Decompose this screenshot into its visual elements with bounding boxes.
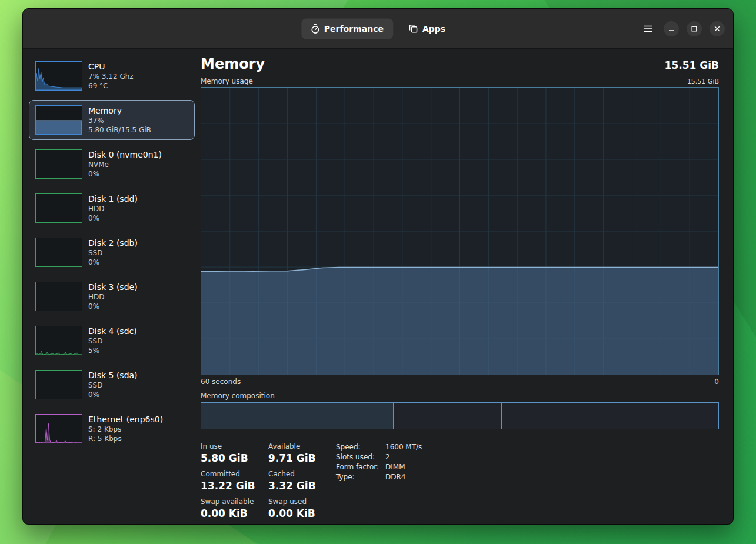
disk5-graph-thumbnail — [35, 370, 82, 399]
composition-segment-2 — [394, 403, 502, 429]
stat-swap-used: Swap used0.00 KiB — [268, 498, 336, 519]
stat-label: Swap used — [268, 498, 336, 506]
sidebar-item-meta: Disk 3 (sde)HDD0% — [88, 282, 138, 311]
stat-value: 0.00 KiB — [201, 508, 268, 519]
memory-stats: In use5.80 GiBAvailable9.71 GiBCommitted… — [201, 442, 336, 519]
info-label: Form factor: — [336, 462, 384, 472]
tab-apps-label: Apps — [422, 24, 445, 34]
mission-center-window: Performance Apps — [22, 8, 734, 525]
disk3-graph-thumbnail — [35, 282, 82, 311]
sidebar-item-detail-1: 37% — [88, 116, 151, 125]
sidebar-item-title: Disk 0 (nvme0n1) — [88, 150, 162, 159]
sidebar-item-detail-1: SSD — [88, 336, 137, 346]
sidebar-item-detail-2: 0% — [88, 258, 138, 267]
sidebar-item-disk1[interactable]: Disk 1 (sdd)HDD0% — [29, 188, 195, 228]
sidebar-item-cpu[interactable]: CPU7% 3.12 Ghz69 °C — [29, 56, 195, 96]
sidebar-item-detail-2: 0% — [88, 169, 162, 179]
sidebar-item-disk4[interactable]: Disk 4 (sdc)SSD5% — [29, 321, 195, 361]
stat-label: Available — [268, 442, 336, 450]
cpu-graph-thumbnail — [35, 61, 82, 91]
minimize-button[interactable] — [664, 21, 679, 36]
stat-committed: Committed13.22 GiB — [201, 470, 268, 492]
sidebar-item-detail-2: 5% — [88, 346, 137, 355]
sidebar-item-detail-2: R: 5 Kbps — [88, 434, 163, 443]
sidebar-item-memory[interactable]: Memory37%5.80 GiB/15.5 GiB — [29, 100, 195, 140]
stat-available: Available9.71 GiB — [268, 442, 336, 464]
composition-label: Memory composition — [201, 392, 719, 400]
menu-icon — [644, 25, 653, 32]
stat-label: Committed — [201, 470, 268, 478]
info-value: 2 — [385, 452, 422, 462]
menu-button[interactable] — [641, 21, 656, 36]
titlebar[interactable]: Performance Apps — [23, 9, 733, 49]
stat-in-use: In use5.80 GiB — [201, 442, 268, 464]
tab-performance[interactable]: Performance — [301, 18, 393, 39]
usage-label: Memory usage — [201, 77, 253, 85]
sidebar-item-meta: Ethernet (enp6s0)S: 2 KbpsR: 5 Kbps — [88, 415, 163, 443]
sidebar-item-meta: Memory37%5.80 GiB/15.5 GiB — [88, 106, 151, 135]
sidebar-item-disk0[interactable]: Disk 0 (nvme0n1)NVMe0% — [29, 144, 195, 184]
disk4-graph-thumbnail — [35, 326, 82, 355]
composition-segment-3 — [502, 403, 718, 429]
sidebar-item-detail-2: 69 °C — [88, 81, 134, 91]
info-value: DDR4 — [385, 472, 422, 482]
composition-segment-1 — [201, 403, 394, 429]
speedometer-icon — [311, 24, 319, 34]
stat-value: 9.71 GiB — [268, 452, 336, 464]
stat-label: Swap available — [201, 498, 268, 506]
sidebar-item-title: Disk 4 (sdc) — [88, 326, 137, 336]
sidebar-item-detail-2: 0% — [88, 213, 138, 223]
sidebar-item-title: Disk 3 (sde) — [88, 282, 138, 292]
stat-cached: Cached3.32 GiB — [268, 470, 336, 492]
info-label: Type: — [336, 472, 384, 482]
maximize-button[interactable] — [687, 21, 702, 36]
memory-graph-thumbnail — [35, 105, 82, 135]
sidebar-item-meta: Disk 5 (sda)SSD0% — [88, 371, 138, 399]
sidebar-item-detail-2: 5.80 GiB/15.5 GiB — [88, 125, 151, 135]
sidebar-item-meta: Disk 1 (sdd)HDD0% — [88, 194, 138, 223]
sidebar-item-disk2[interactable]: Disk 2 (sdb)SSD0% — [29, 232, 195, 272]
close-icon — [714, 26, 720, 32]
page-title: Memory — [201, 56, 265, 72]
info-label: Slots used: — [336, 452, 384, 462]
sidebar-item-meta: Disk 0 (nvme0n1)NVMe0% — [88, 150, 162, 179]
sidebar-item-title: Disk 1 (sdd) — [88, 194, 138, 203]
sidebar-item-meta: Disk 2 (sdb)SSD0% — [88, 238, 138, 267]
sidebar-item-disk3[interactable]: Disk 3 (sde)HDD0% — [29, 276, 195, 316]
sidebar-item-meta: CPU7% 3.12 Ghz69 °C — [88, 62, 134, 91]
sidebar-item-detail-2: 0% — [88, 390, 138, 399]
sidebar-item-detail-1: HDD — [88, 292, 138, 302]
minimize-icon — [668, 26, 674, 32]
sidebar-item-detail-2: 0% — [88, 302, 138, 311]
disk2-graph-thumbnail — [35, 238, 82, 267]
maximize-icon — [691, 26, 697, 32]
window-controls — [641, 21, 725, 36]
info-value: 1600 MT/s — [385, 442, 422, 452]
sidebar-item-title: Ethernet (enp6s0) — [88, 415, 163, 424]
sidebar-item-title: Disk 2 (sdb) — [88, 238, 138, 248]
sidebar-item-title: Memory — [88, 106, 151, 115]
sidebar-item-disk5[interactable]: Disk 5 (sda)SSD0% — [29, 365, 195, 405]
sidebar-item-ethernet[interactable]: Ethernet (enp6s0)S: 2 KbpsR: 5 Kbps — [29, 409, 195, 449]
stat-value: 13.22 GiB — [201, 480, 268, 492]
stat-value: 5.80 GiB — [201, 452, 268, 464]
chart-max-label: 15.51 GiB — [687, 78, 719, 85]
memory-composition-bar — [201, 402, 719, 429]
info-label: Speed: — [336, 442, 384, 452]
memory-panel: Memory 15.51 GiB Memory usage 15.51 GiB … — [201, 49, 719, 525]
close-button[interactable] — [710, 21, 725, 36]
disk1-graph-thumbnail — [35, 193, 82, 223]
sidebar-item-title: Disk 5 (sda) — [88, 371, 138, 380]
x-axis-right-label: 0 — [714, 378, 719, 386]
stat-label: Cached — [268, 470, 336, 478]
sidebar-item-detail-1: S: 2 Kbps — [88, 425, 163, 434]
sidebar-item-detail-1: SSD — [88, 248, 138, 258]
memory-total: 15.51 GiB — [665, 59, 719, 71]
memory-hardware-info: Speed:1600 MT/sSlots used:2Form factor:D… — [336, 442, 422, 519]
tab-apps[interactable]: Apps — [399, 19, 455, 39]
sidebar-item-detail-1: NVMe — [88, 160, 162, 169]
sidebar-item-meta: Disk 4 (sdc)SSD5% — [88, 326, 137, 355]
sidebar-item-detail-1: 7% 3.12 Ghz — [88, 72, 134, 81]
stat-label: In use — [201, 442, 268, 450]
stat-value: 0.00 KiB — [268, 508, 336, 519]
